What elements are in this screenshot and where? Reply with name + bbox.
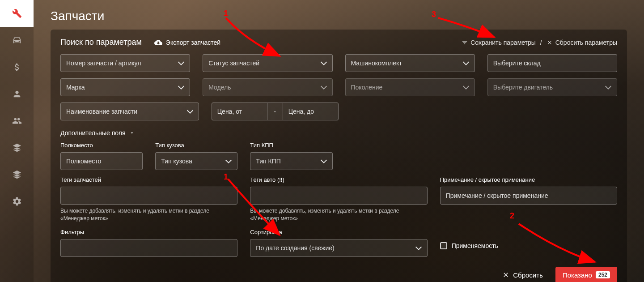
sidebar-item-clients[interactable] [0,107,34,134]
save-params-label: Сохранить параметры [470,39,536,46]
export-label: Экспорт запчастей [166,39,220,46]
part-name-select[interactable]: Наименование запчасти [60,103,199,120]
sidebar-item-stock-in[interactable] [0,134,34,161]
person-icon [12,89,22,99]
price-range: Цена, от - Цена, до [212,103,339,120]
kit-select[interactable]: Машинокомплект [345,54,475,72]
sidebar [0,0,34,282]
export-button[interactable]: Экспорт запчастей [154,38,220,47]
filter-icon [462,39,468,46]
body-type-label: Тип кузова [155,142,237,149]
engine-select[interactable]: Выберите двигатель [487,78,617,96]
gearbox-select[interactable]: Тип КПП [250,152,332,170]
panel-title: Поиск по параметрам [60,38,142,47]
body-type-select[interactable]: Тип кузова [155,152,237,170]
page-title: Запчасти [51,9,627,23]
warehouse-input[interactable]: Выберите склад [487,54,617,72]
car-icon [12,35,22,45]
filters-input[interactable] [60,239,237,257]
sidebar-item-client[interactable] [0,81,34,107]
brand-select[interactable]: Марка [60,78,190,96]
search-panel: Поиск по параметрам Экспорт запчастей Со… [51,30,627,282]
generation-select[interactable]: Поколение [345,78,475,96]
cloud-download-icon [154,38,162,47]
auto-tags-input[interactable] [250,187,427,205]
stack-icon [12,170,22,179]
parts-tags-label: Теги запчастей [60,176,237,183]
sidebar-item-stock-out[interactable] [0,161,34,188]
divider: / [540,39,542,46]
panel-header: Поиск по параметрам Экспорт запчастей Со… [60,38,617,47]
wrench-icon [12,9,22,18]
show-results-button[interactable]: Показано 252 [555,267,617,282]
extra-fields-toggle[interactable]: Дополнительные поля [60,129,135,137]
people-icon [12,116,22,126]
shelf-label: Полкоместо [60,142,143,149]
results-count-badge: 252 [596,271,610,278]
price-separator: - [267,103,283,120]
chevron-down-icon [129,130,135,136]
close-icon [547,39,553,46]
panel-actions: Сохранить параметры / Сбросить параметры [462,39,617,46]
applicability-checkbox[interactable]: Применяемость [440,242,617,249]
filters-label: Фильтры [60,229,237,235]
sort-label: Сортировка [250,229,427,235]
footer-actions: Сбросить Показано 252 [60,267,617,282]
auto-tags-hint: Вы можете добавлять, изменять и удалять … [250,207,427,222]
price-to-input[interactable]: Цена, до [283,103,339,120]
status-select[interactable]: Статус запчастей [203,54,332,72]
price-from-input[interactable]: Цена, от [212,103,267,120]
parts-tags-hint: Вы можете добавлять, изменять и удалять … [60,207,237,222]
parts-tags-input[interactable] [60,187,237,205]
sort-select[interactable]: По дате создания (свежие) [250,239,427,257]
note-label: Примечание / скрытое применание [440,176,617,183]
close-icon [502,271,509,278]
model-select[interactable]: Модель [203,78,332,96]
main: Запчасти Поиск по параметрам Экспорт зап… [34,0,644,282]
reset-params-label: Сбросить параметры [555,39,617,46]
save-params-button[interactable]: Сохранить параметры [462,39,536,46]
stack-icon [12,143,22,153]
sidebar-item-cars[interactable] [0,27,34,54]
gear-icon [12,197,22,206]
reset-button[interactable]: Сбросить [502,271,543,279]
sidebar-item-parts[interactable] [0,0,34,27]
gearbox-label: Тип КПП [250,142,332,149]
sidebar-item-settings[interactable] [0,188,34,215]
note-input[interactable]: Примечание / скрытое применание [440,187,617,205]
shelf-input[interactable]: Полкоместо [60,152,143,170]
part-number-select[interactable]: Номер запчасти / артикул [60,54,190,72]
reset-params-button[interactable]: Сбросить параметры [547,39,617,46]
auto-tags-label: Теги авто (!!) [250,176,427,183]
checkbox-icon [440,242,447,249]
dollar-icon [12,62,22,72]
sidebar-item-sales[interactable] [0,54,34,81]
